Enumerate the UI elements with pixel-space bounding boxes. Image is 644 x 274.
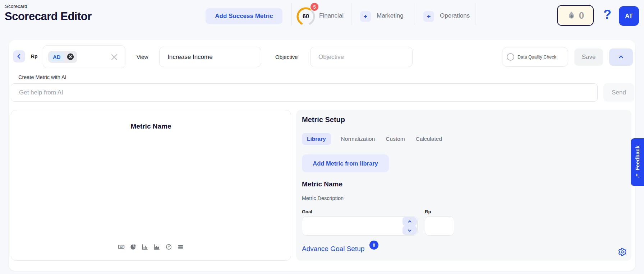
collapse-button[interactable] (609, 48, 633, 66)
goal-stepper (302, 216, 418, 236)
add-operations-metric-button[interactable]: + (423, 11, 434, 22)
add-marketing-metric-button[interactable]: + (360, 11, 371, 22)
data-quality-check-toggle[interactable]: Data Quality Check (502, 47, 568, 67)
tab-normalization[interactable]: Normalization (340, 133, 376, 145)
save-button[interactable]: Save (574, 48, 603, 66)
clear-selection-icon[interactable] (110, 53, 119, 61)
chevron-left-icon (15, 53, 23, 60)
tab-marketing[interactable]: Marketing (377, 12, 404, 19)
avatar[interactable]: AT (619, 6, 639, 26)
flame-icon (567, 11, 576, 20)
chevron-up-icon (617, 54, 625, 61)
chevron-up-icon (407, 219, 413, 224)
selected-chip: AD (48, 51, 77, 63)
gauge-chart-icon[interactable] (165, 243, 172, 250)
tab-financial[interactable]: Financial (319, 12, 344, 19)
add-metric-from-library-button[interactable]: Add Metric from library (302, 154, 389, 172)
tab-custom[interactable]: Custom (385, 133, 405, 145)
back-button[interactable] (13, 50, 25, 62)
page-title: Scorecard Editor (5, 10, 92, 23)
chip-label: AD (50, 52, 64, 61)
list-rows-icon[interactable] (177, 243, 184, 250)
feedback-label: Feedback (635, 145, 640, 170)
svg-text:12: 12 (120, 246, 123, 248)
data-quality-check-label: Data Quality Check (518, 55, 556, 60)
scorecard-editor-app: Scorecard Scorecard Editor Add Success M… (0, 0, 644, 274)
radio-icon[interactable] (507, 53, 514, 61)
number-card-icon[interactable]: 12 (118, 243, 125, 250)
feedback-tab[interactable]: Feedback (631, 138, 644, 186)
metric-setup-panel: Metric Setup Library Normalization Custo… (296, 110, 631, 261)
breadcrumb[interactable]: Scorecard (5, 4, 27, 9)
financial-alert-badge: 5 (310, 2, 319, 11)
metric-preview-card: Metric Name 12 (11, 110, 291, 261)
header-divider (351, 3, 351, 25)
objective-label: Objective (275, 54, 298, 60)
streak-counter[interactable]: 0 (557, 5, 594, 26)
view-label: View (137, 54, 148, 60)
metric-setup-tabs: Library Normalization Custom Calculated (302, 133, 443, 145)
goal-currency-input[interactable] (425, 216, 454, 236)
header-divider (291, 3, 292, 25)
chevron-down-icon (407, 228, 413, 233)
goal-decrement-button[interactable] (402, 226, 417, 235)
header-divider (475, 3, 475, 25)
tab-operations[interactable]: Operations (440, 12, 470, 19)
goal-currency-label: Rp (425, 209, 431, 214)
metric-name-heading: Metric Name (302, 180, 342, 188)
goal-label: Goal (302, 209, 312, 214)
pie-chart-icon[interactable] (130, 243, 137, 250)
ai-prompt-input[interactable] (11, 83, 598, 102)
metric-preview-title: Metric Name (11, 122, 291, 130)
sparkles-icon (634, 173, 640, 179)
chip-remove-icon[interactable] (66, 53, 74, 61)
scorecard-select[interactable]: AD (43, 45, 125, 68)
objective-input[interactable] (310, 47, 413, 67)
help-icon[interactable]: ? (603, 7, 611, 22)
add-success-metric-button[interactable]: Add Success Metric (206, 8, 282, 24)
header-divider (414, 3, 414, 25)
send-button[interactable]: Send (603, 83, 634, 102)
currency-label: Rp (31, 54, 38, 59)
tab-calculated[interactable]: Calculated (415, 133, 443, 145)
settings-gear-icon[interactable] (618, 247, 627, 256)
streak-count-value: 0 (579, 10, 584, 21)
ai-assist-label: Create Metric with AI (18, 74, 66, 80)
metric-description-label: Metric Description (302, 195, 344, 201)
metric-setup-title: Metric Setup (302, 116, 345, 124)
area-chart-icon[interactable] (153, 243, 160, 250)
tab-library[interactable]: Library (302, 133, 331, 145)
advance-goal-badge: 0 (369, 241, 378, 250)
view-input[interactable] (159, 47, 261, 67)
goal-increment-button[interactable] (402, 217, 417, 226)
chart-type-picker: 12 (11, 243, 291, 250)
bar-chart-icon[interactable] (142, 243, 148, 250)
goal-input[interactable] (302, 217, 417, 235)
advance-goal-setup-link[interactable]: Advance Goal Setup (302, 245, 364, 253)
